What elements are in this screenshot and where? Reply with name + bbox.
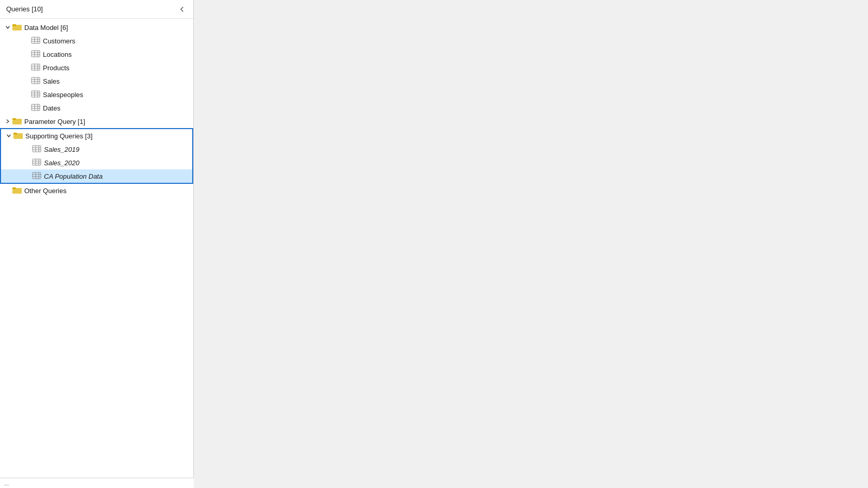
tree-item-sales-2020[interactable]: Sales_2020	[1, 156, 192, 169]
expand-spacer	[24, 159, 31, 166]
folder-icon-data-model	[12, 23, 24, 32]
tree-item-label-salespeoples: Salespeoples	[43, 91, 83, 99]
table-icon-sales-2020	[32, 159, 44, 167]
svg-rect-35	[12, 118, 16, 120]
tree-item-label-sales: Sales	[43, 77, 60, 85]
tree-item-products[interactable]: Products	[0, 61, 193, 74]
tree-item-label-dates: Dates	[43, 104, 60, 112]
tree-item-label-other-queries: Other Queries	[24, 187, 67, 195]
queries-title: Queries [10]	[6, 5, 43, 13]
expand-arrow-parameter-query[interactable]	[4, 118, 11, 125]
tree-item-label-customers: Customers	[43, 37, 75, 45]
svg-rect-2	[12, 24, 16, 26]
expand-arrow-data-model[interactable]	[4, 24, 11, 31]
folder-icon-supporting-queries	[13, 132, 25, 140]
tree-item-sales[interactable]: Sales	[0, 74, 193, 88]
folder-icon-parameter-query	[12, 117, 24, 126]
table-icon-sales-2019	[32, 145, 44, 154]
tree-item-customers[interactable]: Customers	[0, 34, 193, 48]
tree-item-salespeoples[interactable]: Salespeoples	[0, 88, 193, 101]
sidebar: Queries [10] Data Model [6] Customers Lo…	[0, 0, 194, 488]
table-icon-locations	[31, 50, 43, 59]
expand-spacer	[23, 51, 30, 58]
main-content	[194, 0, 868, 488]
expand-spacer	[24, 172, 31, 180]
tree-item-ca-population[interactable]: CA Population Data	[1, 169, 192, 183]
svg-rect-44	[33, 159, 41, 165]
tree-item-dates[interactable]: Dates	[0, 101, 193, 115]
svg-rect-3	[32, 37, 40, 43]
svg-rect-28	[32, 104, 40, 111]
table-icon-products	[31, 64, 43, 72]
expand-spacer	[24, 146, 31, 153]
svg-rect-38	[13, 133, 17, 134]
table-icon-salespeoples	[31, 90, 43, 99]
tree-item-parameter-query[interactable]: Parameter Query [1]	[0, 115, 193, 128]
svg-rect-13	[32, 64, 40, 70]
expand-spacer	[23, 77, 30, 85]
tree-item-supporting-queries[interactable]: Supporting Queries [3]	[1, 129, 192, 143]
status-text: ...	[4, 480, 9, 486]
expand-spacer	[23, 104, 30, 112]
tree-item-label-data-model: Data Model [6]	[24, 24, 68, 32]
tree-item-label-locations: Locations	[43, 51, 72, 58]
tree-item-other-queries[interactable]: Other Queries	[0, 184, 193, 197]
table-icon-customers	[31, 37, 43, 45]
svg-rect-8	[32, 51, 40, 57]
table-icon-sales	[31, 77, 43, 86]
supporting-queries-group: Supporting Queries [3] Sales_2019 Sales_…	[0, 128, 193, 184]
tree-item-label-supporting-queries: Supporting Queries [3]	[25, 132, 92, 140]
tree-item-label-sales-2020: Sales_2020	[44, 159, 80, 167]
tree-item-label-parameter-query: Parameter Query [1]	[24, 118, 85, 125]
svg-rect-49	[33, 172, 41, 179]
expand-spacer	[23, 64, 30, 71]
expand-spacer	[4, 187, 11, 194]
svg-rect-56	[12, 187, 16, 189]
tree-item-sales-2019[interactable]: Sales_2019	[1, 143, 192, 156]
expand-spacer	[23, 37, 30, 44]
collapse-sidebar-button[interactable]	[177, 4, 187, 14]
tree-item-label-sales-2019: Sales_2019	[44, 146, 80, 153]
table-icon-dates	[31, 104, 43, 113]
tree-item-data-model[interactable]: Data Model [6]	[0, 21, 193, 34]
tree-item-label-products: Products	[43, 64, 69, 72]
svg-rect-18	[32, 77, 40, 84]
status-bar: ...	[0, 478, 194, 488]
folder-icon-other-queries	[12, 186, 24, 195]
tree-item-locations[interactable]: Locations	[0, 48, 193, 61]
tree-item-label-ca-population: CA Population Data	[44, 172, 103, 180]
sidebar-header: Queries [10]	[0, 0, 193, 19]
table-icon-ca-population	[32, 172, 44, 181]
expand-spacer	[23, 91, 30, 98]
svg-rect-23	[32, 91, 40, 97]
expand-arrow-supporting-queries[interactable]	[5, 132, 12, 139]
query-tree: Data Model [6] Customers Locations Produ…	[0, 19, 193, 488]
svg-rect-39	[33, 146, 41, 152]
